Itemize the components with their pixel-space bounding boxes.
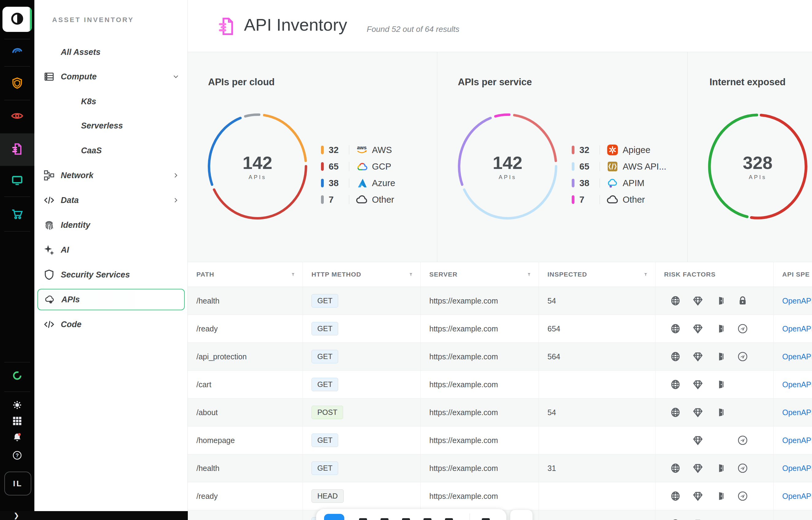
risk-plane-icon[interactable] (731, 351, 754, 362)
risk-plane-icon[interactable] (731, 435, 754, 446)
donut-center: 328APIs (743, 152, 773, 181)
risk-door-icon[interactable] (709, 295, 731, 306)
toolbar-mini-button[interactable] (510, 510, 533, 520)
risk-gem-icon[interactable] (687, 435, 709, 446)
risk-door-icon[interactable] (709, 407, 731, 418)
api-spec-link[interactable]: OpenAPI (782, 408, 812, 417)
column-header-server[interactable]: SERVER (420, 262, 539, 287)
filter-icon[interactable] (526, 272, 532, 277)
donut-center: 142APIs (493, 152, 523, 181)
sidebar-item-security-services[interactable]: Security Services (38, 264, 185, 285)
risk-lock-icon[interactable] (731, 295, 754, 306)
sidebar-expand-footer[interactable]: ❯ (0, 511, 188, 520)
rail-item-monitor-teal[interactable] (0, 166, 34, 195)
sidebar-item-compute[interactable]: Compute (38, 66, 185, 87)
risk-gem-icon[interactable] (687, 491, 709, 502)
server-cell: https://example.com (420, 398, 539, 426)
table-row[interactable]: /healthGEThttps://example.com31OpenAPI (188, 454, 812, 482)
sidebar-item-apis[interactable]: APIs (38, 289, 185, 310)
user-chip[interactable]: IL (4, 472, 31, 495)
api-spec-link[interactable]: OpenAPI (782, 324, 812, 333)
risk-globe-icon[interactable] (664, 518, 687, 520)
column-header-http-method[interactable]: HTTP METHOD (302, 262, 420, 287)
sidebar-item-data[interactable]: Data (38, 189, 185, 211)
risk-globe-icon[interactable] (664, 295, 687, 306)
risk-gem-icon[interactable] (687, 323, 709, 334)
api-spec-link[interactable]: OpenAPI (782, 464, 812, 473)
column-header-api-spe[interactable]: API SPE (773, 262, 812, 287)
filter-icon[interactable] (408, 272, 414, 277)
rail-item-cloud-visibility[interactable] (0, 36, 34, 64)
rail-item-help[interactable]: ? (0, 446, 34, 466)
rail-item-cart-teal[interactable] (0, 201, 34, 229)
sidebar-item-identity[interactable]: Identity (38, 214, 185, 236)
risk-globe-icon[interactable] (664, 491, 687, 502)
toolbar-icon[interactable] (402, 518, 410, 520)
orca-logo[interactable] (2, 7, 32, 32)
api-spec-link[interactable]: OpenAPI (782, 380, 812, 389)
risk-plane-icon[interactable] (731, 463, 754, 474)
rail-item-bell[interactable] (0, 428, 34, 448)
table-row[interactable]: /homepageGEThttps://example.comOpenAPI (188, 426, 812, 454)
expand-arrow-icon: ❯ (14, 512, 19, 520)
sidebar-item-ai[interactable]: AI (38, 239, 185, 261)
server-cell: https://example.com (420, 315, 539, 342)
risk-globe-icon[interactable] (664, 323, 687, 334)
api-spec-link[interactable]: OpenAPI (782, 296, 812, 305)
rail-divider (4, 362, 30, 362)
rail-item-api-doc-pink[interactable] (0, 133, 34, 166)
api-spec-link[interactable]: OpenAPI (782, 436, 812, 445)
table-row[interactable]: /readyGEThttps://example.com654OpenAPI (188, 315, 812, 343)
table-row[interactable]: /cartGEThttps://example.comOpenAPI (188, 371, 812, 398)
toolbar-icon[interactable] (423, 518, 432, 520)
risk-gem-icon[interactable] (687, 407, 709, 418)
column-label: PATH (196, 271, 214, 278)
table-row[interactable]: /aboutPOSThttps://example.com54OpenAPI (188, 398, 812, 426)
toolbar-primary-button[interactable] (324, 514, 344, 520)
logo-accent (30, 7, 32, 32)
toolbar-icon[interactable] (482, 518, 490, 520)
column-header-path[interactable]: PATH (188, 262, 302, 287)
floating-toolbar[interactable] (316, 509, 506, 520)
api-spec-link[interactable]: OpenAPI (782, 492, 812, 501)
risk-gem-icon[interactable] (687, 351, 709, 362)
sidebar-item-k8s[interactable]: K8s (38, 91, 185, 112)
risk-door-icon[interactable] (709, 491, 731, 502)
toolbar-icon[interactable] (445, 518, 453, 520)
table-row[interactable]: /api_protectionGEThttps://example.com564… (188, 343, 812, 371)
risk-plane-icon[interactable] (731, 491, 754, 502)
toolbar-icon[interactable] (359, 518, 367, 520)
toolbar-icon[interactable] (380, 518, 389, 520)
risk-door-icon[interactable] (709, 463, 731, 474)
rail-item-ring-green[interactable] (0, 366, 34, 386)
risk-door-icon[interactable] (709, 351, 731, 362)
sidebar-item-network[interactable]: Network (38, 165, 185, 186)
column-header-inspected[interactable]: INSPECTED (539, 262, 655, 287)
risk-gem-icon[interactable] (687, 379, 709, 390)
rail-item-eye-red[interactable] (0, 102, 34, 131)
risk-globe-icon[interactable] (664, 379, 687, 390)
sidebar-item-code[interactable]: Code (38, 314, 185, 335)
sidebar-item-caas[interactable]: CaaS (38, 140, 185, 161)
table-row[interactable]: /readyHEADhttps://example.comOpenAPI (188, 482, 812, 510)
legend-label: GCP (372, 162, 391, 172)
risk-plane-icon[interactable] (731, 323, 754, 334)
risk-door-icon[interactable] (709, 323, 731, 334)
risk-gem-icon[interactable] (687, 295, 709, 306)
risk-door-icon[interactable] (709, 379, 731, 390)
risk-gem-icon[interactable] (687, 463, 709, 474)
risk-globe-icon[interactable] (664, 407, 687, 418)
inspected-cell: 54 (539, 287, 655, 315)
api-spec-link[interactable]: OpenAPI (782, 352, 812, 361)
table-row[interactable]: /healthGEThttps://example.com54OpenAPI (188, 287, 812, 315)
rail-item-shield-orange[interactable] (0, 70, 34, 98)
sidebar-item-label: Serverless (81, 121, 123, 131)
sidebar-item-serverless[interactable]: Serverless (38, 115, 185, 136)
column-header-risk-factors[interactable]: RISK FACTORS (655, 262, 773, 287)
filter-icon[interactable] (290, 272, 296, 277)
filter-icon[interactable] (643, 272, 648, 277)
sidebar-item-all-assets[interactable]: All Assets (38, 42, 185, 63)
risk-globe-icon[interactable] (664, 351, 687, 362)
risk-gem-icon[interactable] (687, 518, 709, 520)
risk-globe-icon[interactable] (664, 463, 687, 474)
